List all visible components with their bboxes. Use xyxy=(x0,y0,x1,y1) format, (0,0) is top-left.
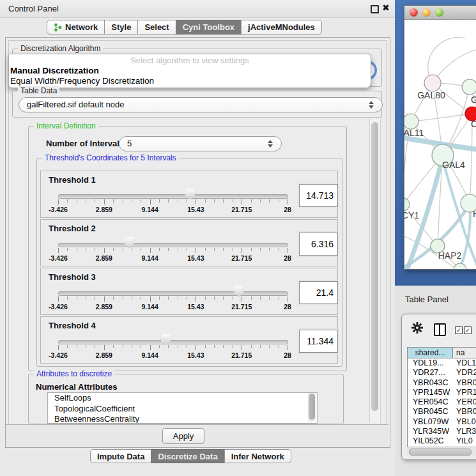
table-data-value: galFiltered.sif default node xyxy=(27,100,124,109)
shared-name-cell[interactable]: YDR27... xyxy=(408,368,452,378)
attribute-item-topologicalcoefficient[interactable]: TopologicalCoefficient xyxy=(48,404,317,415)
application-window: Control Panel ✖ NetworkStyleSelectCyni T… xyxy=(0,0,476,476)
shared-name-cell[interactable]: YDL19... xyxy=(408,358,452,368)
panel-vertical-scrollbar[interactable] xyxy=(369,119,381,423)
name-cell[interactable]: YBR0 xyxy=(452,407,476,417)
column-header-shared-name[interactable]: shared... xyxy=(408,348,453,358)
dropdown-placeholder-item[interactable]: Select algorithm to view settings xyxy=(9,54,371,66)
name-cell[interactable]: YBR0 xyxy=(452,378,476,388)
tab-discretize-data[interactable]: Discretize Data xyxy=(151,449,224,463)
network-edge[interactable] xyxy=(411,114,472,121)
shared-name-cell[interactable]: YBL079W xyxy=(408,417,452,427)
float-window-icon[interactable] xyxy=(371,5,379,13)
table-row[interactable]: YBR043C YBR0 xyxy=(408,378,476,388)
slider-tick-labels: -3.4262.8599.14415.4321.71528 xyxy=(58,254,288,262)
slider-tick-labels: -3.4262.8599.14415.4321.71528 xyxy=(58,303,288,311)
threshold-slider-track[interactable] xyxy=(58,194,288,199)
network-node-ga[interactable] xyxy=(462,79,476,95)
tab-jactivemnodules[interactable]: jActiveMNodules xyxy=(241,20,322,35)
control-panel-tab-bar: NetworkStyleSelectCyni ToolboxjActiveMNo… xyxy=(47,20,322,35)
tab-label: Discretize Data xyxy=(158,452,217,461)
network-node[interactable] xyxy=(454,263,466,269)
dropdown-item-equal-width-frequency-discretization[interactable]: Equal Width/Frequency Discretization xyxy=(9,76,371,86)
threshold-value-field[interactable]: 6.316 xyxy=(299,233,338,256)
network-icon xyxy=(54,23,62,32)
group-title: Table Data xyxy=(18,86,59,95)
network-node-gal80[interactable] xyxy=(424,75,441,91)
slider-ticks xyxy=(58,296,288,302)
checkbox-icon[interactable]: ✓ xyxy=(455,326,463,334)
apply-button[interactable]: Apply xyxy=(162,428,204,444)
name-cell[interactable]: YER0 xyxy=(452,397,476,407)
close-traffic-light-icon[interactable] xyxy=(410,8,418,17)
tab-infer-network[interactable]: Infer Network xyxy=(224,449,291,463)
close-icon[interactable]: ✖ xyxy=(382,3,390,13)
tab-label: Cyni Toolbox xyxy=(183,22,234,32)
name-cell[interactable]: YDL1 xyxy=(452,358,476,368)
threshold-slider-track[interactable] xyxy=(58,340,288,344)
gear-icon[interactable] xyxy=(411,322,423,336)
shared-name-cell[interactable]: YIL052C xyxy=(408,436,452,446)
group-title: Attributes to discretize xyxy=(34,369,114,378)
number-of-intervals-value: 5 xyxy=(127,139,132,148)
name-cell[interactable]: YBL0 xyxy=(452,417,476,427)
number-of-intervals-label: Number of Intervals xyxy=(46,139,124,148)
zoom-traffic-light-icon[interactable] xyxy=(435,8,443,17)
network-node-label: GAL80 xyxy=(417,90,445,100)
threshold-value-field[interactable]: 14.713 xyxy=(299,184,338,207)
shared-name-cell[interactable]: YBR043C xyxy=(408,378,452,388)
shared-name-cell[interactable]: YLR345W xyxy=(408,427,452,436)
shared-name-cell[interactable]: YER054C xyxy=(408,397,452,407)
table-row[interactable]: YDR27... YDR2 xyxy=(408,368,476,378)
table-row[interactable]: YLR345W YLR3 xyxy=(408,427,476,436)
network-node-label: GAL11 xyxy=(404,128,424,138)
table-row[interactable]: YDL19... YDL1 xyxy=(408,358,476,368)
columns-icon[interactable] xyxy=(434,323,446,336)
name-cell[interactable]: YLR3 xyxy=(452,427,476,436)
slider-ticks xyxy=(58,345,288,351)
table-horizontal-scrollbar[interactable] xyxy=(407,447,476,456)
name-cell[interactable]: YPR1 xyxy=(452,388,476,397)
name-cell[interactable]: YIL0 xyxy=(452,436,476,446)
tab-label: Select xyxy=(144,22,169,32)
threshold-value-field[interactable]: 21.4 xyxy=(299,281,338,304)
tab-impute-data[interactable]: Impute Data xyxy=(90,449,151,463)
tab-cyni-toolbox[interactable]: Cyni Toolbox xyxy=(176,20,242,35)
tab-network[interactable]: Network xyxy=(47,20,105,35)
table-row[interactable]: YBL079W YBL0 xyxy=(408,417,476,427)
network-node-gcy1[interactable] xyxy=(404,198,410,211)
threshold-slider-track[interactable] xyxy=(58,291,288,296)
attributes-list-scrollbar[interactable] xyxy=(308,393,316,422)
threshold-slider-track[interactable] xyxy=(58,243,288,247)
dropdown-item-manual-discretization[interactable]: Manual Discretization xyxy=(9,66,371,76)
table-row[interactable]: YBR045C YBR0 xyxy=(408,407,476,417)
threshold-label: Threshold 4 xyxy=(49,321,96,330)
minimize-traffic-light-icon[interactable] xyxy=(422,8,431,17)
shared-name-cell[interactable]: YPR145W xyxy=(408,388,452,397)
table-row[interactable]: YPR145W YPR1 xyxy=(408,388,476,397)
number-of-intervals-spinner[interactable]: 5 xyxy=(119,136,282,151)
tab-select[interactable]: Select xyxy=(137,20,176,35)
threshold-label: Threshold 1 xyxy=(49,175,96,185)
table-rows: YDL19... YDL1 YDR27... YDR2 YBR043C YBR0… xyxy=(408,358,476,447)
checkbox-icon[interactable]: ✓ xyxy=(464,326,472,334)
cyni-bottom-tab-bar: Impute DataDiscretize DataInfer Network xyxy=(91,449,291,463)
network-node-gal11[interactable] xyxy=(404,114,418,129)
table-data-combobox[interactable]: galFiltered.sif default node xyxy=(19,97,383,112)
threshold-panel: Threshold 1 -3.4262.8599.14415.4321.7152… xyxy=(40,171,338,218)
attribute-item-betweennesscentrality[interactable]: BetweennessCentrality xyxy=(48,414,317,424)
numerical-attributes-list[interactable]: SelfLoopsTopologicalCoefficientBetweenne… xyxy=(47,392,318,424)
network-window-titlebar[interactable] xyxy=(404,6,476,20)
shared-name-cell[interactable]: YBR045C xyxy=(408,407,452,417)
network-node-label: HAP2 xyxy=(438,250,462,261)
slider-tick-labels: -3.4262.8599.14415.4321.71528 xyxy=(58,351,288,359)
threshold-value-field[interactable]: 11.344 xyxy=(299,330,338,353)
table-row[interactable]: YER054C YER0 xyxy=(408,397,476,407)
name-cell[interactable]: YDR2 xyxy=(452,368,476,378)
network-node-label: GAL4 xyxy=(442,160,465,170)
network-canvas[interactable]: GAL80GACGAL11GAL4GCY1HHAP2 xyxy=(404,19,476,269)
tab-style[interactable]: Style xyxy=(104,20,138,35)
column-header-name[interactable]: na xyxy=(453,348,476,358)
table-row[interactable]: YIL052C YIL0 xyxy=(408,436,476,446)
attribute-item-selfloops[interactable]: SelfLoops xyxy=(48,393,317,404)
